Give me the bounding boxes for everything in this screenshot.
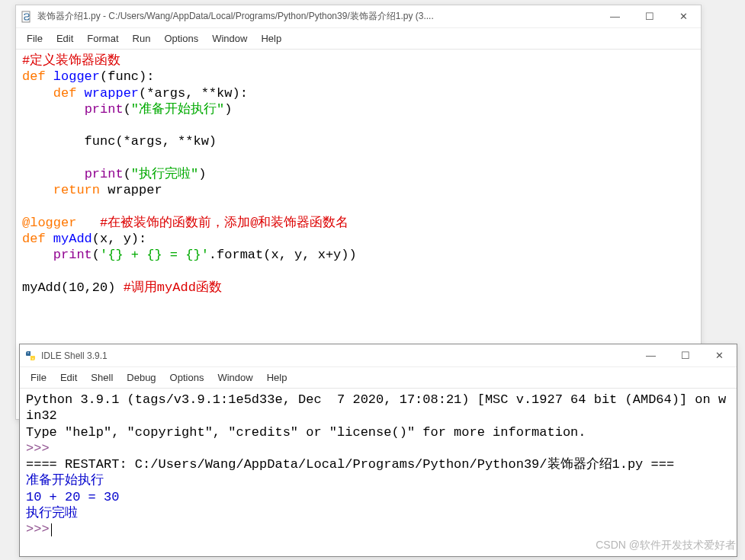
close-button[interactable]: ✕ (702, 344, 737, 366)
code-text: (*args, **kw): (139, 86, 248, 101)
code-string: '{} + {} = {}' (100, 248, 209, 262)
code-text: .format(x, y, x+y)) (209, 248, 357, 262)
code-decorator: @logger (22, 216, 100, 230)
menu-edit[interactable]: Edit (54, 370, 83, 385)
shell-prompt: >>> (26, 522, 50, 536)
python-shell-icon (24, 350, 37, 362)
close-button[interactable]: ✕ (666, 5, 701, 27)
code-text (22, 102, 85, 117)
minimize-button[interactable]: — (598, 5, 632, 27)
menu-file[interactable]: File (24, 370, 53, 385)
code-keyword: def (22, 232, 46, 246)
code-keyword: return (53, 183, 100, 197)
code-comment: #调用myAdd函数 (124, 280, 222, 295)
code-text: wrapper (100, 183, 162, 197)
code-builtin: print (53, 248, 92, 262)
minimize-button[interactable]: — (634, 344, 668, 366)
code-text: ( (92, 248, 100, 262)
shell-stdout: 准备开始执行 (26, 473, 104, 488)
code-keyword: def (22, 69, 46, 84)
editor-titlebar[interactable]: 装饰器介绍1.py - C:/Users/Wang/AppData/Local/… (16, 5, 701, 28)
code-def-name: myAdd (46, 232, 92, 246)
code-def-name: wrapper (76, 86, 139, 101)
shell-window: IDLE Shell 3.9.1 — ☐ ✕ File Edit Shell D… (19, 344, 737, 557)
menu-options[interactable]: Options (164, 370, 210, 385)
python-file-icon (21, 11, 33, 23)
menu-file[interactable]: File (21, 31, 49, 46)
menu-debug[interactable]: Debug (120, 370, 162, 385)
code-comment: #在被装饰的函数前，添加@和装饰器函数名 (100, 216, 348, 230)
text-cursor (51, 523, 52, 536)
menu-edit[interactable]: Edit (50, 31, 79, 46)
svg-point-2 (32, 358, 34, 360)
code-editor[interactable]: #定义装饰器函数 def logger(func): def wrapper(*… (16, 50, 701, 299)
shell-banner: Type "help", "copyright", "credits" or "… (26, 425, 586, 440)
code-text: ( (124, 167, 131, 181)
code-string: "准备开始执行" (131, 102, 224, 117)
maximize-button[interactable]: ☐ (632, 5, 666, 27)
menu-options[interactable]: Options (158, 31, 204, 46)
code-builtin: print (85, 102, 124, 117)
menu-format[interactable]: Format (81, 31, 124, 46)
shell-output[interactable]: Python 3.9.1 (tags/v3.9.1:1e5d33e, Dec 7… (20, 389, 737, 540)
editor-menubar: File Edit Format Run Options Window Help (16, 28, 701, 50)
editor-window-controls: — ☐ ✕ (598, 5, 701, 27)
maximize-button[interactable]: ☐ (668, 344, 702, 366)
menu-run[interactable]: Run (127, 31, 157, 46)
code-text (22, 167, 85, 181)
shell-title: IDLE Shell 3.9.1 (41, 350, 634, 361)
shell-stdout: 10 + 20 = 30 (26, 490, 119, 504)
code-text: (x, y): (92, 232, 146, 246)
menu-help[interactable]: Help (255, 31, 287, 46)
code-text: ) (198, 167, 206, 181)
shell-window-controls: — ☐ ✕ (634, 344, 737, 366)
menu-window[interactable]: Window (211, 370, 259, 385)
menu-window[interactable]: Window (206, 31, 253, 46)
shell-menubar: File Edit Shell Debug Options Window Hel… (20, 367, 737, 389)
code-comment: #定义装饰器函数 (22, 53, 120, 68)
svg-point-1 (27, 352, 29, 354)
menu-help[interactable]: Help (261, 370, 294, 385)
code-keyword: def (22, 86, 76, 101)
code-text: ( (124, 102, 131, 117)
code-text: func(*args, **kw) (22, 134, 217, 149)
code-string: "执行完啦" (131, 167, 198, 181)
shell-titlebar[interactable]: IDLE Shell 3.9.1 — ☐ ✕ (20, 344, 737, 367)
watermark-text: CSDN @软件开发技术爱好者 (596, 539, 736, 552)
shell-restart: ==== RESTART: C:/Users/Wang/AppData/Loca… (26, 457, 674, 472)
code-text: ) (224, 102, 232, 117)
code-text (22, 183, 53, 197)
shell-prompt: >>> (26, 441, 50, 456)
code-text (22, 248, 53, 262)
shell-stdout: 执行完啦 (26, 506, 78, 520)
editor-title: 装饰器介绍1.py - C:/Users/Wang/AppData/Local/… (37, 10, 598, 23)
code-def-name: logger (46, 69, 100, 84)
code-builtin: print (85, 167, 124, 181)
code-text: myAdd(10,20) (22, 280, 124, 295)
shell-banner: Python 3.9.1 (tags/v3.9.1:1e5d33e, Dec 7… (26, 392, 726, 423)
menu-shell[interactable]: Shell (85, 370, 119, 385)
code-text: (func): (100, 69, 154, 84)
